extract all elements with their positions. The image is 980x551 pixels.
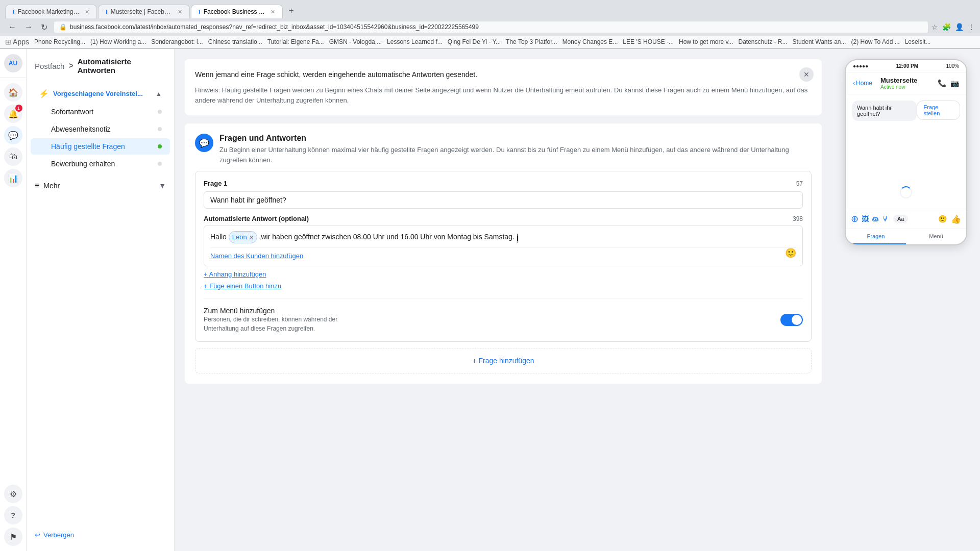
bookmark-1[interactable]: Phone Recycling... — [34, 38, 85, 45]
answer-textarea[interactable]: Hallo Leon ✕ ,wir haben geöffnet zwische… — [204, 226, 803, 266]
abwesenheitsnotiz-label: Abwesenheitsnotiz — [51, 125, 111, 133]
bookmark-15[interactable]: (2) How To Add ... — [851, 38, 900, 45]
emoji-picker-icon[interactable]: 🙂 — [785, 247, 796, 259]
answer-suffix: ,wir haben geöffnet zwischen 08.00 Uhr u… — [259, 233, 514, 241]
phone-image-icon[interactable]: 🖼 — [862, 215, 869, 223]
question-1-input[interactable] — [204, 191, 803, 209]
hide-button[interactable]: ↩ Verbergen — [35, 531, 166, 539]
menu-icon[interactable]: ⋮ — [968, 23, 975, 31]
notification-icon-btn[interactable]: 🔔 1 — [4, 105, 22, 123]
bookmark-5[interactable]: Tutorial: Eigene Fa... — [267, 38, 324, 45]
avatar[interactable]: AU — [4, 54, 22, 72]
phone-video-icon[interactable]: 📷 — [950, 79, 959, 87]
add-attachment-link[interactable]: + Anhang hinzufügen — [204, 270, 803, 278]
top-close-btn[interactable]: ✕ — [799, 67, 814, 82]
sofortantwort-dot — [158, 110, 162, 114]
tab-3-close[interactable]: ✕ — [271, 9, 275, 15]
bookmark-3[interactable]: Sonderangebot: i... — [151, 38, 203, 45]
tab-2-label: Musterseite | Facebook — [111, 8, 173, 15]
phone-page-name: Musterseite — [880, 77, 934, 84]
phone-battery: 100% — [946, 63, 959, 69]
menu-toggle-title: Zum Menü hinzufügen — [204, 307, 347, 315]
hide-label: Verbergen — [43, 531, 74, 539]
bookmark-8[interactable]: Qing Fei De Yi - Y... — [448, 38, 501, 45]
bars-icon: ≡ — [35, 181, 39, 190]
bookmark-2[interactable]: (1) How Working a... — [90, 38, 146, 45]
haeufig-dot — [158, 144, 162, 148]
bookmark-6[interactable]: GMSN - Vologda,... — [329, 38, 382, 45]
question-1-label: Frage 1 — [204, 180, 227, 187]
add-question-button[interactable]: + Frage hinzufügen — [195, 348, 812, 373]
tag-remove-icon[interactable]: ✕ — [249, 233, 254, 242]
more-label: Mehr — [43, 182, 60, 190]
breadcrumb-separator: > — [68, 61, 73, 70]
section-title: Vorgeschlagene Voreinstel... — [53, 90, 143, 97]
bookmark-4[interactable]: Chinese translatio... — [208, 38, 262, 45]
phone-chat-question-bubble: Wann habt ihr geöffnet? — [852, 101, 917, 121]
answer-label: Automatisierte Antwort (optional) — [204, 215, 309, 222]
nav-section-header[interactable]: ⚡ Vorgeschlagene Voreinstel... ▲ — [31, 85, 170, 103]
extensions-icon[interactable]: 🧩 — [942, 23, 951, 31]
analytics-icon-btn[interactable]: 📊 — [4, 169, 22, 187]
bookmark-9[interactable]: The Top 3 Platfor... — [506, 38, 557, 45]
phone-like-icon[interactable]: 👍 — [951, 214, 961, 224]
tab-1-close[interactable]: ✕ — [85, 9, 89, 15]
settings-icon-btn[interactable]: ⚙ — [4, 485, 22, 503]
tab-2[interactable]: f Musterseite | Facebook ✕ — [98, 5, 190, 18]
collapse-icon[interactable]: ▲ — [156, 90, 162, 97]
faq-section-icon: 💬 — [195, 134, 213, 152]
forward-button[interactable]: → — [21, 21, 36, 33]
phone-signal: ●●●●● — [853, 63, 868, 69]
bookmark-icon[interactable]: ☆ — [932, 23, 938, 31]
profile-icon[interactable]: 👤 — [955, 23, 964, 31]
tab-3[interactable]: f Facebook Business Suite ✕ — [191, 5, 283, 18]
phone-time: 12:00 PM — [896, 63, 918, 69]
phone-sticker-icon[interactable]: 🎟 — [872, 215, 879, 223]
bookmark-12[interactable]: How to get more v... — [679, 38, 733, 45]
question-block-1: Frage 1 57 Automatisierte Antwort (optio… — [195, 171, 812, 342]
back-button[interactable]: ← — [5, 21, 19, 33]
faq-section-desc: Zu Beginn einer Unterhaltung können maxi… — [219, 145, 812, 165]
phone-chat-btn[interactable]: Frage stellen — [917, 101, 960, 120]
bookmark-16[interactable]: Leselsit... — [905, 38, 931, 45]
bookmark-10[interactable]: Money Changes E... — [562, 38, 618, 45]
phone-plus-icon[interactable]: ⊕ — [851, 213, 859, 224]
bookmark-13[interactable]: Datenschutz - R... — [739, 38, 788, 45]
messages-icon-btn[interactable]: 💬 — [4, 126, 22, 144]
phone-mic-icon[interactable]: 🎙 — [882, 215, 889, 223]
new-tab-button[interactable]: + — [284, 3, 299, 18]
nav-item-bewerbung[interactable]: Bewerbung erhalten — [31, 156, 170, 172]
phone-menue-btn[interactable]: Menü — [906, 229, 966, 244]
store-icon-btn[interactable]: 🛍 — [4, 147, 22, 166]
tab-1-label: Facebook Marketing & Werbe... — [18, 8, 80, 15]
refresh-button[interactable]: ↻ — [38, 21, 51, 33]
nav-item-sofortantwort[interactable]: Sofortantwort — [31, 104, 170, 120]
flag-icon-btn[interactable]: ⚑ — [4, 528, 22, 546]
home-icon-btn[interactable]: 🏠 — [4, 83, 22, 102]
bookmark-14[interactable]: Student Wants an... — [793, 38, 846, 45]
add-button-link[interactable]: + Füge einen Button hinzu — [204, 282, 803, 290]
phone-call-icon[interactable]: 📞 — [938, 79, 946, 87]
breadcrumb-postfach[interactable]: Postfach — [35, 62, 64, 70]
url-bar[interactable]: business.facebook.com/latest/inbox/autom… — [70, 23, 479, 31]
phone-fragen-btn[interactable]: Fragen — [846, 229, 906, 244]
phone-emoji-icon[interactable]: 🙂 — [938, 215, 947, 223]
apps-icon[interactable]: ⊞ Apps — [5, 38, 29, 46]
tab-2-close[interactable]: ✕ — [178, 9, 182, 15]
bookmark-11[interactable]: LEE 'S HOUSE -... — [623, 38, 674, 45]
nav-item-abwesenheitsnotiz[interactable]: Abwesenheitsnotiz — [31, 121, 170, 137]
bewerbung-dot — [158, 162, 162, 166]
menu-toggle-switch[interactable] — [780, 314, 803, 326]
tab-1[interactable]: f Facebook Marketing & Werbe... ✕ — [5, 5, 97, 18]
info-note: Hinweis: Häufig gestellte Fragen werden … — [195, 85, 812, 105]
add-customer-name-link[interactable]: Namen des Kunden hinzufügen — [210, 247, 796, 260]
phone-aa-btn[interactable]: Aa — [893, 215, 908, 223]
bookmark-7[interactable]: Lessons Learned f... — [387, 38, 443, 45]
sofortantwort-label: Sofortantwort — [51, 108, 93, 116]
help-icon-btn[interactable]: ? — [4, 506, 22, 524]
more-nav-item[interactable]: ≡ Mehr ▼ — [27, 177, 174, 194]
phone-back-btn[interactable]: ‹ Home — [853, 80, 872, 87]
nav-item-haeufig[interactable]: Häufig gestellte Fragen — [31, 138, 170, 155]
bewerbung-label: Bewerbung erhalten — [51, 160, 115, 168]
hide-icon: ↩ — [35, 531, 40, 539]
